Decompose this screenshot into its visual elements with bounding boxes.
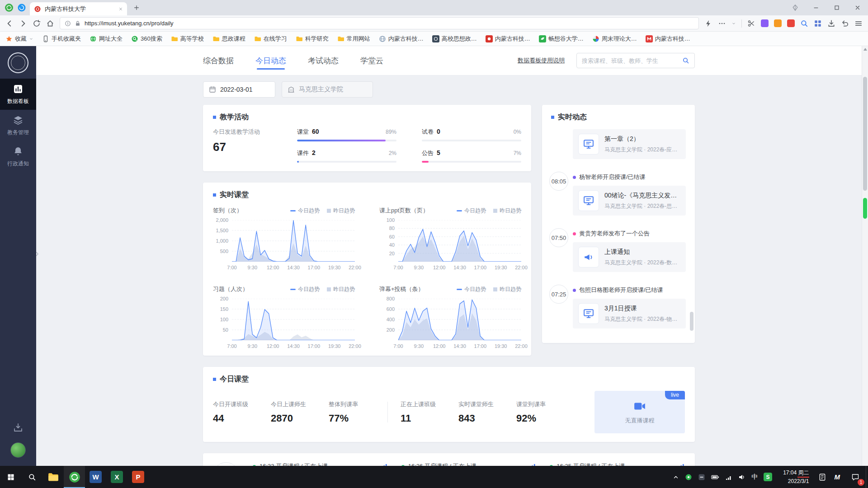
scroll-up-arrow[interactable] (863, 48, 867, 51)
extension-red-icon[interactable] (787, 19, 795, 27)
nav-tab-3[interactable]: 学堂云 (360, 52, 383, 70)
taskbar-browser-360[interactable] (64, 466, 85, 488)
help-link[interactable]: 数据看板使用说明 (518, 56, 565, 65)
sidebar-expander[interactable] (34, 250, 40, 258)
sidebar: 数据看板教务管理行政通知 (0, 46, 36, 466)
bookmark-item[interactable]: 在线学习 (254, 35, 287, 43)
bookmark-item[interactable]: 常用网站 (337, 35, 370, 43)
back-icon[interactable] (5, 19, 14, 28)
feed-list[interactable]: 第一章（2）马克思主义学院 · 2022春-应…08:05杨智老师开启授课/已结… (542, 129, 695, 338)
bookmark-item[interactable]: 网址大全 (90, 35, 123, 43)
tab-close-icon[interactable] (118, 7, 123, 11)
page-scrollbar[interactable] (862, 46, 868, 466)
bookmark-item[interactable]: 高校思想政… (432, 35, 477, 43)
bookmark-item[interactable]: 收藏 (5, 35, 33, 43)
bookmark-item[interactable]: 内蒙古科技… (486, 35, 530, 43)
bookmark-item[interactable]: 科学研究 (296, 35, 329, 43)
show-desktop-strip[interactable] (866, 466, 868, 488)
sidebar-item-dashboard[interactable]: 数据看板 (0, 79, 36, 110)
minimize-button[interactable] (806, 0, 826, 15)
clock-date: 2022/3/1 (783, 478, 809, 485)
browser-tab[interactable]: 内蒙古科技大学 (30, 2, 127, 15)
feed-entry: 07:25包照日格图老师开启授课/已结课3月1日授课马克思主义学院 · 2022… (549, 285, 686, 328)
feed-scrollbar-thumb[interactable] (690, 312, 693, 331)
account-icon[interactable] (17, 3, 26, 12)
home-icon[interactable] (46, 19, 54, 28)
extension-purple-icon[interactable] (761, 19, 769, 27)
battery-icon[interactable] (711, 473, 719, 481)
bookmark-item[interactable]: 内蒙古科技… (379, 35, 424, 43)
tray-expand-icon[interactable] (673, 474, 679, 480)
refresh-icon[interactable] (33, 19, 41, 28)
search-input[interactable] (582, 57, 682, 64)
apps-grid-icon[interactable] (814, 19, 822, 28)
extension-orange-icon[interactable] (774, 19, 782, 27)
nav-tab-2[interactable]: 考试动态 (308, 52, 339, 70)
taskbar-word[interactable]: W (85, 466, 106, 488)
search-icon[interactable] (682, 57, 689, 64)
screenshot-icon[interactable] (747, 19, 755, 28)
new-tab-icon[interactable] (133, 5, 140, 11)
more-icon[interactable] (718, 19, 726, 28)
m-app-icon[interactable]: M (835, 473, 840, 481)
start-button[interactable] (0, 466, 21, 488)
taskbar-clock[interactable]: 17:04 周二 2022/3/1 (778, 469, 814, 485)
date-picker[interactable]: 2022-03-01 (203, 81, 275, 98)
close-button[interactable] (847, 0, 868, 15)
maximize-button[interactable] (826, 0, 847, 15)
bookmark-item[interactable]: 畅想谷大学… (539, 35, 584, 43)
bookmark-item[interactable]: 周末理论大… (592, 35, 637, 43)
notification-button[interactable]: 1 (844, 466, 866, 488)
sogou-ime-icon[interactable]: S (764, 473, 772, 481)
bookmark-item[interactable]: 手机收藏夹 (42, 35, 81, 43)
restore-tab-icon[interactable] (841, 19, 849, 28)
forward-icon[interactable] (19, 19, 27, 28)
turbo-icon[interactable] (704, 19, 712, 28)
taskbar-excel[interactable]: X (106, 466, 127, 488)
event-dot (573, 176, 576, 179)
downloads-icon[interactable] (827, 19, 835, 28)
scrollbar-thumb[interactable] (863, 77, 867, 191)
progress-track (422, 161, 521, 163)
taskbar-powerpoint[interactable]: P (127, 466, 149, 488)
feed-card[interactable]: 第一章（2）马克思主义学院 · 2022春-应… (573, 129, 686, 159)
url-text[interactable]: https://imust.yuketang.cn/pro/daily (85, 20, 174, 27)
page-info-icon[interactable] (65, 20, 71, 27)
live-bars-icon (529, 463, 536, 466)
taskbar-file-explorer[interactable] (42, 466, 64, 488)
address-bar[interactable]: https://imust.yuketang.cn/pro/daily (60, 17, 699, 29)
search-box[interactable] (576, 53, 695, 68)
nav-tab-1[interactable]: 今日动态 (255, 52, 286, 70)
nav-tab-0[interactable]: 综合数据 (203, 52, 234, 70)
school-select[interactable]: 马克思主义学院 (282, 81, 373, 98)
activity-total-value: 67 (213, 140, 297, 154)
caret-down-icon[interactable] (731, 21, 736, 26)
download-tray-icon[interactable] (13, 422, 24, 433)
network-icon[interactable] (725, 474, 732, 481)
lock-icon (75, 20, 81, 27)
volume-icon[interactable] (738, 474, 745, 481)
tray-360-icon[interactable] (685, 474, 692, 481)
ime-indicator[interactable]: 中 (751, 473, 758, 481)
sidebar-item-layers[interactable]: 教务管理 (0, 110, 36, 141)
bookmark-item[interactable]: 360搜索 (131, 35, 162, 43)
menu-icon[interactable] (854, 19, 863, 28)
tray-app-icon[interactable] (698, 474, 705, 481)
feed-card[interactable]: 3月1日授课马克思主义学院 · 2022春-物… (573, 299, 686, 328)
user-avatar[interactable] (10, 442, 26, 458)
taskbar-search-button[interactable] (21, 466, 42, 488)
progress-track (297, 161, 396, 163)
taskbar-apps: WXP (42, 466, 149, 488)
search-extension-icon[interactable] (800, 19, 808, 28)
feed-card[interactable]: 00绪论-《马克思主义发…马克思主义学院 · 2022春-思… (573, 186, 686, 216)
sidebar-item-bell[interactable]: 行政通知 (0, 141, 36, 172)
bookmark-item[interactable]: 内蒙古科技… (646, 35, 690, 43)
header-tabs: 综合数据今日动态考试动态学堂云 (203, 52, 383, 70)
journal-icon[interactable] (818, 473, 826, 481)
browser-logo-icon[interactable] (5, 3, 14, 12)
bookmark-item[interactable]: 思政课程 (212, 35, 245, 43)
bookmark-item[interactable]: 高等学校 (171, 35, 204, 43)
feed-card[interactable]: 上课通知马克思主义学院 · 2022春-数… (573, 242, 686, 272)
feed-entry: 07:50黄贵芳老师发布了一个公告上课通知马克思主义学院 · 2022春-数… (549, 228, 686, 272)
theme-button[interactable] (785, 0, 806, 15)
